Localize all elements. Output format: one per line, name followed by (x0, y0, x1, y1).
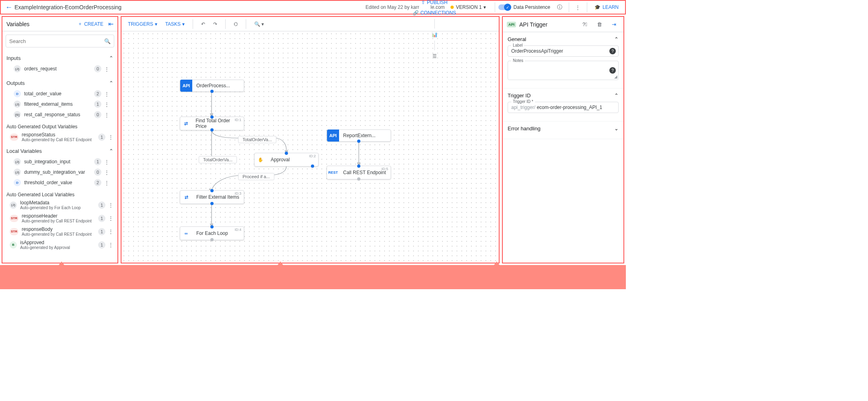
undo-icon[interactable]: ↶ (198, 20, 208, 29)
variable-row[interactable]: (J)filtered_external_items1⋮ (6, 99, 113, 109)
mapping-icon: ⇄ (180, 191, 192, 203)
task-node-filter[interactable]: ⇄Filter External Items ID:3 (180, 190, 244, 204)
api-icon: API (327, 130, 339, 142)
notes-field[interactable]: Notes ? ◢ (508, 61, 619, 80)
task-node-approval[interactable]: ✋Approval ID:2 (254, 153, 319, 167)
back-button[interactable]: ← (3, 3, 14, 12)
search-icon: 🔍 (104, 38, 111, 44)
chevron-up-icon: ⌃ (109, 80, 113, 86)
chevron-up-icon: ⌃ (614, 36, 619, 42)
errorhandling-section-header[interactable]: Error handling⌄ (508, 125, 619, 132)
canvas-panel: TRIGGERS ▾ TASKS ▾ ↶ ↷ ⌬ 🔍 ▾ ▶ TEST ▾ ⇧ … (121, 16, 500, 263)
help-icon[interactable]: ? (609, 67, 616, 74)
edge-label[interactable]: Proceed if a... (238, 173, 274, 180)
variable-row[interactable]: BisApprovedAuto-generated by Approval1⋮ (2, 238, 117, 251)
search-input[interactable]: 🔍 (6, 35, 114, 47)
link-icon: 🔗 (413, 10, 419, 16)
type-chip: (J) (14, 65, 21, 72)
rest-icon: REST (327, 167, 339, 179)
persistence-toggle[interactable]: ✓ (498, 4, 510, 10)
zoom-dropdown[interactable]: 🔍 ▾ (251, 20, 267, 29)
plus-icon: ＋ (78, 21, 82, 27)
properties-panel: API API Trigger ?⃝ 🗑 ⇥ General⌃ Label Or… (502, 16, 624, 263)
redo-icon[interactable]: ↷ (210, 20, 220, 29)
edge-label[interactable]: TotalOrderVa... (199, 156, 237, 163)
variable-row[interactable]: (J) orders_request 0 ⋮ (6, 64, 113, 74)
trigger-node-reportextern[interactable]: APIReportExtern... (327, 130, 391, 142)
triggers-dropdown[interactable]: TRIGGERS ▾ (125, 20, 160, 29)
mapping-icon: ⇄ (180, 117, 191, 130)
variable-row[interactable]: (J)loopMetadataAuto-generated by For Eac… (2, 198, 117, 212)
hand-icon: ✋ (255, 154, 267, 166)
publish-button[interactable]: ⇧ PUBLISH (418, 0, 450, 7)
collapse-panel-icon[interactable]: ⇤ (108, 20, 113, 28)
task-node-call-rest[interactable]: RESTCall REST Endpoint ID:5 (327, 166, 391, 179)
task-node-find-total[interactable]: ⇄Find Total Order Price ID:1 (180, 117, 244, 130)
inputs-section-header[interactable]: Inputs⌃ (6, 52, 113, 64)
layout-icon[interactable]: ⌬ (230, 20, 241, 29)
variable-row[interactable]: (J)sub_integration_input1⋮ (6, 156, 113, 167)
variables-panel: Variables ＋CREATE ⇤ 🔍 Inputs⌃ (J) orders… (2, 16, 118, 263)
annotation-bar (0, 265, 626, 289)
variable-row[interactable]: (J)dummy_sub_integration_var0⋮ (6, 167, 113, 177)
learn-button[interactable]: 🎓 LEARN (590, 4, 623, 10)
variable-row[interactable]: STRresponseStatusAuto-generated by Call … (2, 130, 117, 144)
overflow-menu-icon[interactable]: ⋮ (572, 2, 584, 13)
chevron-down-icon: ⌄ (614, 125, 619, 132)
triggerid-section-header[interactable]: Trigger ID⌃ (508, 93, 619, 99)
trigger-node-orderprocess[interactable]: APIOrderProcess... (180, 80, 244, 92)
tasks-dropdown[interactable]: TASKS ▾ (162, 20, 188, 29)
api-icon: API (180, 80, 192, 92)
loop-icon: ∞ (180, 227, 192, 239)
integration-title: ExampleIntegration-EcomOrderProcessing (14, 4, 121, 10)
resize-handle-icon[interactable]: ◢ (614, 74, 617, 79)
expand-panel-icon[interactable]: ⇥ (608, 19, 619, 30)
variable-row[interactable]: Dthreshold_order_value2⋮ (6, 177, 113, 188)
variable-row[interactable]: STRresponseBodyAuto-generated by Call RE… (2, 225, 117, 238)
info-icon[interactable]: ⓘ (554, 2, 566, 13)
label-field[interactable]: Label OrderProcessApiTrigger ? (508, 45, 619, 57)
api-badge: API (507, 22, 516, 27)
variables-title: Variables (6, 21, 78, 27)
connections-button[interactable]: 🔗 CONNECTIONS (409, 8, 459, 17)
row-more-icon[interactable]: ⋮ (103, 66, 110, 72)
graduation-cap-icon: 🎓 (594, 4, 601, 10)
variable-row[interactable]: STRresponseHeaderAuto-generated by Call … (2, 212, 117, 225)
top-bar: ← ExampleIntegration-EcomOrderProcessing… (0, 0, 626, 14)
help-icon[interactable]: ?⃝ (579, 19, 590, 30)
create-variable-button[interactable]: ＋CREATE (78, 21, 103, 27)
delete-icon[interactable]: 🗑 (594, 19, 605, 30)
chevron-up-icon: ⌃ (109, 55, 113, 61)
local-section-header[interactable]: Local Variables⌃ (6, 145, 113, 156)
persistence-label: Data Persistence (514, 4, 550, 10)
task-node-foreach[interactable]: ∞For Each Loop ID:4 (180, 226, 244, 240)
chevron-up-icon: ⌃ (614, 93, 619, 99)
panel-title: API Trigger (519, 21, 576, 28)
autogen-local-subheader: Auto Generated Local Variables (2, 189, 117, 198)
edge-label[interactable]: TotalOrderVa... (238, 136, 276, 143)
upload-icon: ⇧ (421, 0, 425, 5)
variable-row[interactable]: [S]rest_call_response_status0⋮ (6, 109, 113, 120)
chevron-up-icon: ⌃ (109, 148, 113, 154)
variable-row[interactable]: Dtotal_order_value2⋮ (6, 88, 113, 99)
general-section-header[interactable]: General⌃ (508, 36, 619, 42)
triggerid-field[interactable]: Trigger ID * api_trigger/ ecom-order-pro… (508, 102, 619, 113)
help-icon[interactable]: ? (609, 48, 616, 54)
outputs-section-header[interactable]: Outputs⌃ (6, 77, 113, 88)
autogen-output-subheader: Auto Generated Output Variables (2, 121, 117, 130)
canvas-toolbar: TRIGGERS ▾ TASKS ▾ ↶ ↷ ⌬ 🔍 ▾ ▶ TEST ▾ ⇧ … (121, 17, 499, 31)
flow-canvas[interactable]: APIOrderProcess... ⇄Find Total Order Pri… (121, 31, 499, 263)
